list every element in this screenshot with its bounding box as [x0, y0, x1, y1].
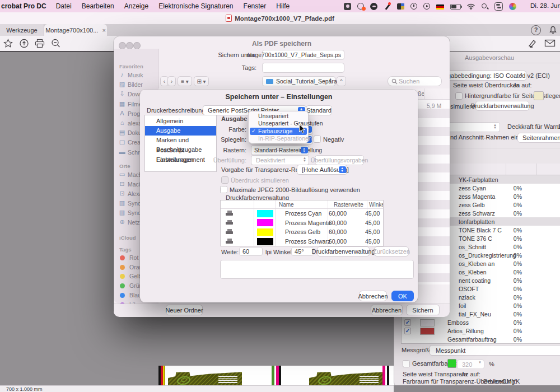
grid-view-button[interactable]: ⊞ ▾	[194, 76, 209, 86]
page-frame-button[interactable]: Seitenrahmen festleg	[517, 133, 560, 143]
ink-col-angle: Winkel	[369, 202, 384, 208]
ink-manager-button[interactable]: Druckfarbenverwaltung	[317, 246, 370, 256]
separation-value: 0%	[500, 252, 522, 259]
reset-button[interactable]: Zurücksetzen	[374, 246, 409, 256]
harddisk-icon: ⊟	[118, 180, 126, 188]
weite-field[interactable]: 60	[239, 247, 263, 256]
tab-close-icon[interactable]: ×	[102, 27, 105, 34]
tag-dot-icon	[120, 274, 125, 279]
pen-app-icon[interactable]	[384, 3, 391, 10]
list-view-button[interactable]: ≡ ▾	[178, 76, 192, 86]
tags-field[interactable]	[262, 63, 344, 73]
measure-size-dropdown[interactable]: Messpunkt	[430, 345, 560, 356]
flag-app-icon[interactable]	[397, 3, 404, 10]
standard-button[interactable]: Standard	[306, 105, 332, 115]
wifi-icon[interactable]	[467, 3, 475, 10]
print-icon[interactable]	[35, 39, 45, 49]
menu-item-unsepariert[interactable]: Unsepariert	[250, 113, 307, 120]
control-center-icon[interactable]	[494, 2, 503, 11]
search-field[interactable]: Suchen	[388, 76, 442, 86]
separation-name: os_Schnitt	[459, 244, 486, 250]
bell-icon[interactable]	[549, 26, 557, 36]
sheet-ok-button[interactable]: OK	[391, 291, 414, 301]
mail-icon[interactable]	[544, 39, 554, 49]
separation-name: tonfarbplatten	[459, 218, 494, 225]
transparency-value: Ja	[461, 371, 468, 377]
ueberdruck-checkbox[interactable]	[221, 176, 228, 184]
menu-hilfe[interactable]: Hilfe	[276, 2, 290, 10]
sidebar-item-label: Netz	[128, 219, 140, 226]
save-button[interactable]: Sichern	[406, 305, 440, 315]
time-machine-icon[interactable]	[410, 3, 417, 10]
sidebar-item-bilder[interactable]: ▨Bilder	[114, 81, 158, 90]
winkel-label: Winkel:	[273, 249, 293, 255]
german-flag-icon[interactable]	[436, 4, 444, 10]
screen-record-icon[interactable]	[423, 3, 430, 10]
total-ink-swatch[interactable]	[447, 359, 456, 368]
category-allgemein[interactable]: Allgemein	[145, 116, 216, 126]
separation-name: zess Cyan	[459, 185, 486, 192]
menu-bearbeiten[interactable]: Bearbeiten	[82, 2, 114, 10]
tab-werkzeuge[interactable]: Werkzeuge	[0, 24, 44, 36]
menu-item-label: Unsepariert	[258, 113, 288, 119]
background-color-swatch[interactable]	[534, 91, 544, 100]
cancel-button[interactable]: Abbrechen	[371, 305, 403, 315]
sidebar-section-favorites: Favoriten	[119, 63, 143, 69]
separation-name: os_Kleben an	[459, 260, 494, 267]
signature-pen-icon[interactable]	[528, 39, 538, 49]
sheet-cancel-button[interactable]: Abbrechen	[359, 291, 387, 301]
ink-manager-button[interactable]: Druckfarbenverwaltung	[475, 101, 529, 111]
help-icon[interactable]: ?	[531, 25, 541, 35]
new-folder-button[interactable]: Neuer Ordner	[166, 305, 203, 315]
spotlight-search-icon[interactable]	[481, 3, 488, 10]
background-color-checkbox[interactable]	[455, 92, 463, 100]
menubar-clock[interactable]: Di. 28. Juni 1	[530, 2, 560, 9]
winkel-field[interactable]: 45°	[291, 247, 314, 256]
ueberfuellung-dropdown[interactable]: Deaktiviert▲▼	[251, 155, 309, 165]
ueberfuellungsvorgaben-button[interactable]: Überfüllungsvorgaben	[315, 155, 364, 165]
zoom-out-icon[interactable]	[51, 39, 61, 49]
category-ausgabe[interactable]: Ausgabe	[145, 126, 216, 136]
forward-button[interactable]: ›	[167, 76, 176, 86]
jpeg-checkbox[interactable]	[220, 186, 227, 193]
battery-icon[interactable]	[450, 4, 461, 10]
folder-dropdown[interactable]: Social_Tutorial_Separati... ▲▼	[262, 76, 335, 86]
rastern-dropdown[interactable]: Standard-Rastereinstellung▲▼	[251, 145, 309, 155]
ink-row: Prozess Schwarz60,00045,00	[221, 237, 383, 246]
sidebar-item-musik[interactable]: ♪Musik	[114, 71, 158, 80]
category-farbmanagement[interactable]: Farbmanagement	[145, 155, 216, 165]
filename-field[interactable]: ntage700x1000_V7_Pfade_Seps.ps	[262, 50, 344, 60]
network-icon: ⊕	[118, 218, 126, 226]
menu-anzeige[interactable]: Anzeige	[124, 2, 148, 10]
photos-app-icon[interactable]	[344, 3, 351, 10]
separation-value: 0%	[500, 328, 522, 334]
mouse-cursor	[298, 124, 306, 137]
category-postscript-einstellungen[interactable]: PostScript-Einstellungen	[145, 146, 216, 155]
ink-angle: 45,00	[365, 228, 380, 235]
menu-item-label: Farbauszüge	[258, 128, 292, 134]
ink-swatch	[257, 238, 273, 245]
applications-icon: A	[118, 110, 126, 116]
favorite-star-icon[interactable]	[3, 39, 13, 49]
color-wheel-icon[interactable]	[509, 3, 516, 10]
messages-app-icon[interactable]	[370, 3, 377, 10]
negativ-checkbox[interactable]	[314, 136, 321, 143]
ink-angle: 45,00	[365, 238, 380, 245]
separation-row: ✓Artios_Rillung0%	[402, 326, 560, 335]
menu-fenster[interactable]: Fenster	[244, 2, 267, 10]
separation-checkbox[interactable]: ✓	[404, 328, 411, 334]
sync-app-icon[interactable]	[357, 3, 364, 10]
folder-up-button[interactable]: ⌃	[337, 76, 346, 86]
separation-checkbox[interactable]: ✓	[404, 319, 411, 326]
tab-document[interactable]: Montage700x100... ×	[44, 24, 107, 36]
total-ink-value-dropdown[interactable]: 320▼	[457, 360, 484, 369]
app-menu-title[interactable]: crobat Pro DC	[1, 2, 46, 10]
rastern-label: Rastern:	[207, 147, 246, 153]
transparenz-dropdown[interactable]: [Hohe Auflösung]▲▼	[297, 165, 347, 175]
total-ink-checkbox[interactable]	[403, 360, 410, 367]
menu-elektronische-signaturen[interactable]: Elektronische Signaturen	[158, 2, 233, 10]
ink-row: Prozess Gelb60,00045,00	[221, 227, 383, 237]
save-cloud-icon[interactable]	[19, 39, 29, 49]
menu-datei[interactable]: Datei	[56, 2, 72, 10]
category-marken-und-beschnittzugabe[interactable]: Marken und Beschnittzugabe	[145, 136, 216, 145]
